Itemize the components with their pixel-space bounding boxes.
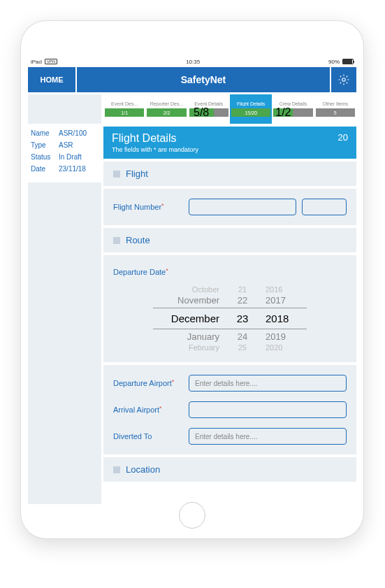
picker-row[interactable]: January242019 <box>164 331 296 343</box>
subsection-label: Route <box>126 235 150 245</box>
section-title: Flight Details <box>112 132 198 145</box>
tab-progress-bar: 2/2 <box>147 108 186 117</box>
diverted-to-label: Diverted To <box>113 432 183 440</box>
battery-percent: 90% <box>328 59 340 65</box>
left-sidebar: NameASR/100 TypeASR StatusIn Draft Date2… <box>28 94 101 504</box>
meta-status: In Draft <box>59 153 99 161</box>
tab-5[interactable]: Other Items5 <box>314 94 356 124</box>
picker-row[interactable]: November222017 <box>164 294 296 306</box>
picker-row[interactable]: October212016 <box>164 285 296 294</box>
subsection-flight[interactable]: Flight <box>103 162 356 186</box>
tab-progress-bar: 15/20 <box>231 108 270 117</box>
square-icon <box>113 171 120 178</box>
tab-4[interactable]: Crew Details1/2 <box>272 94 314 124</box>
sidebar-blank <box>28 94 101 124</box>
tab-progress-bar: 1/1 <box>105 108 144 117</box>
flight-number-input-1[interactable] <box>189 199 296 215</box>
tab-label: Event Details <box>194 101 223 106</box>
tab-1[interactable]: Reporter Des...2/2 <box>145 94 187 124</box>
flight-number-label: Flight Number* <box>113 203 183 211</box>
gear-icon <box>337 73 350 86</box>
tab-2[interactable]: Event Details5/8 <box>188 94 230 124</box>
flight-number-panel: Flight Number* <box>103 189 356 225</box>
subsection-label: Flight <box>126 168 148 179</box>
departure-date-label: Departure Date* <box>113 268 168 276</box>
tablet-frame: iPad VPN 10:35 90% HOME SafetyNet NameAS… <box>21 21 363 538</box>
sidebar-fill <box>28 182 101 504</box>
date-picker[interactable]: October212016November222017December23201… <box>113 285 347 352</box>
departure-airport-label: Departure Airport* <box>113 379 183 387</box>
tab-0[interactable]: Event Des...1/1 <box>103 94 145 124</box>
square-icon <box>113 466 120 473</box>
departure-date-panel: Departure Date* October212016November222… <box>103 255 356 362</box>
tab-label: Flight Details <box>237 101 265 106</box>
settings-button[interactable] <box>331 67 356 92</box>
subsection-location[interactable]: Location <box>103 457 356 482</box>
main-content: Event Des...1/1Reporter Des...2/2Event D… <box>103 94 356 504</box>
tab-progress-bar: 1/2 <box>273 108 312 117</box>
status-time: 10:35 <box>186 59 200 65</box>
home-button[interactable]: HOME <box>28 67 75 92</box>
picker-row[interactable]: February252020 <box>164 343 296 352</box>
section-count: 20 <box>338 132 348 143</box>
svg-point-0 <box>342 78 346 82</box>
section-subtitle: The fields with * are mandatory <box>112 146 198 153</box>
airports-panel: Departure Airport* Enter details here...… <box>103 365 356 454</box>
hardware-home-button[interactable] <box>179 502 205 529</box>
tab-progress-bar: 5 <box>316 108 355 117</box>
tab-label: Event Des... <box>111 101 138 106</box>
arrival-airport-label: Arrival Airport* <box>113 406 183 414</box>
subsection-label: Location <box>126 464 160 475</box>
square-icon <box>113 237 120 244</box>
battery-icon <box>342 59 354 64</box>
vpn-badge: VPN <box>45 59 57 64</box>
record-meta: NameASR/100 TypeASR StatusIn Draft Date2… <box>28 124 101 182</box>
diverted-to-input[interactable]: Enter details here.... <box>189 428 347 445</box>
device-label: iPad <box>31 59 42 65</box>
progress-tabs: Event Des...1/1Reporter Des...2/2Event D… <box>103 94 356 124</box>
nav-bar: HOME SafetyNet <box>21 67 363 92</box>
meta-type: ASR <box>59 141 99 149</box>
tab-label: Crew Details <box>279 101 307 106</box>
meta-name: ASR/100 <box>59 129 99 137</box>
flight-number-input-2[interactable] <box>302 199 347 215</box>
departure-airport-input[interactable]: Enter details here.... <box>189 375 347 392</box>
tab-progress-bar: 5/8 <box>189 108 228 117</box>
picker-row[interactable]: December232018 <box>164 310 296 327</box>
arrival-airport-input[interactable] <box>189 401 347 418</box>
meta-status-label: Status <box>31 153 59 161</box>
subsection-route[interactable]: Route <box>103 228 356 252</box>
meta-date: 23/11/18 <box>59 165 99 173</box>
tab-label: Reporter Des... <box>150 101 183 106</box>
status-bar: iPad VPN 10:35 90% <box>21 56 363 67</box>
meta-name-label: Name <box>31 129 59 137</box>
tab-label: Other Items <box>323 101 349 106</box>
section-header: Flight Details The fields with * are man… <box>103 127 356 159</box>
tab-3[interactable]: Flight Details15/20 <box>230 94 272 124</box>
app-title: SafetyNet <box>77 67 330 92</box>
meta-date-label: Date <box>31 165 59 173</box>
meta-type-label: Type <box>31 141 59 149</box>
